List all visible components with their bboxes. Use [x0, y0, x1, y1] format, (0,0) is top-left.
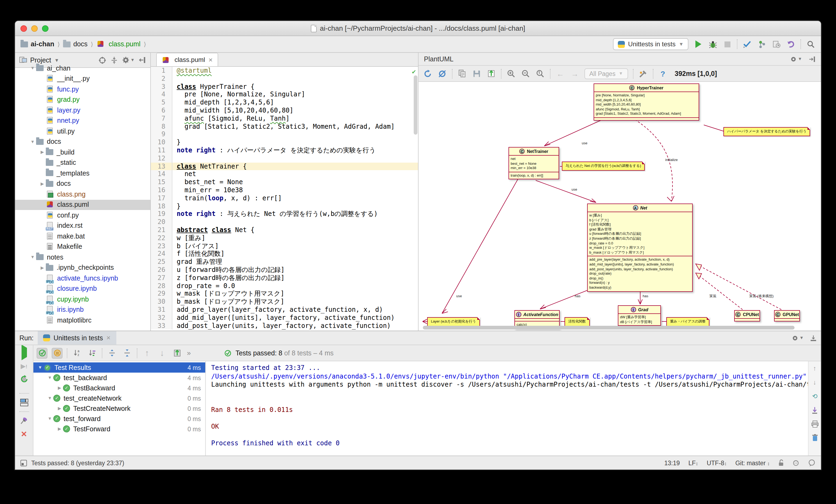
- zoom-in-button[interactable]: [506, 69, 516, 78]
- collapse-all-button[interactable]: [110, 56, 118, 64]
- save-diagram-button[interactable]: [472, 69, 481, 78]
- copy-diagram-button[interactable]: [457, 69, 467, 78]
- toolwindow-toggle-icon[interactable]: [20, 460, 27, 466]
- project-item-static[interactable]: _static: [15, 157, 150, 168]
- uml-class-grad[interactable]: IGraddW [重み学習率]dB [バイアス学習率]: [618, 305, 661, 326]
- previous-occurrence-button[interactable]: ↑: [142, 348, 152, 358]
- project-item-build[interactable]: ▶_build: [15, 147, 150, 157]
- breadcrumb-docs[interactable]: docs: [63, 40, 88, 48]
- code-line-15[interactable]: 15 best_net = None: [151, 178, 418, 186]
- close-tab-icon[interactable]: ✕: [106, 335, 111, 341]
- project-item-grad-py[interactable]: grad.py: [15, 95, 150, 105]
- code-line-11[interactable]: 11note right : ハイパーパラメータ を決定するための実験を行う: [151, 147, 418, 155]
- project-item-cupy-ipynb[interactable]: IP[y]cupy.ipynb: [15, 294, 150, 305]
- uml-class-hypertrainer[interactable]: CHyperTrainerpre [None, Normalize, Singu…: [594, 83, 699, 121]
- tree-arrow-icon[interactable]: ▶: [39, 150, 46, 155]
- tree-arrow-icon[interactable]: ▶: [56, 406, 63, 411]
- project-item-docs[interactable]: ▶docs: [15, 178, 150, 189]
- test-node-testbackward[interactable]: ▶✓TestBackward4 ms: [33, 383, 205, 393]
- test-node-test-forward[interactable]: ▼✓test_forward0 ms: [33, 413, 205, 424]
- locate-file-button[interactable]: [99, 56, 106, 64]
- tree-arrow-icon[interactable]: ▼: [37, 365, 44, 370]
- run-tab-unittests[interactable]: Unittests in tests ✕: [38, 331, 116, 345]
- project-item-class-png[interactable]: class.png: [15, 189, 150, 199]
- refresh-diagram-button[interactable]: [423, 69, 433, 78]
- code-line-33[interactable]: 33add_post_layer(units, layer_factory, a…: [151, 322, 418, 330]
- debug-button[interactable]: [708, 39, 718, 49]
- project-item-docs[interactable]: ▼docs: [15, 136, 150, 147]
- inspections-ok-icon[interactable]: ✔: [412, 68, 416, 75]
- code-line-7[interactable]: 7 afunc [Sigmoid, ReLu, Tanh]: [151, 115, 418, 123]
- breadcrumb-project[interactable]: ai-chan: [20, 40, 54, 48]
- rerun-tests-button[interactable]: [21, 348, 27, 357]
- stop-button[interactable]: [722, 39, 732, 49]
- code-line-16[interactable]: 16 min_err = 10e38: [151, 186, 418, 194]
- run-console[interactable]: Testing started at 23:37 .../Users/atsus…: [206, 361, 808, 455]
- code-line-17[interactable]: 17 train(loop, x, d) : err[]: [151, 194, 418, 202]
- status-message[interactable]: Tests passed: 8 (yesterday 23:37): [31, 460, 124, 466]
- settings-gear-button[interactable]: ▼: [122, 57, 135, 63]
- actual-zoom-button[interactable]: [535, 69, 545, 78]
- settings-gear-button[interactable]: ▼: [790, 56, 802, 62]
- sort-alphabetically-button[interactable]: az: [72, 348, 82, 358]
- uml-class-gpunet[interactable]: CGPUNet: [774, 310, 800, 322]
- inspection-profile-icon[interactable]: [792, 459, 799, 466]
- tree-arrow-icon[interactable]: ▼: [29, 66, 36, 71]
- code-line-26[interactable]: 26u [forward時の各層の出力の記録]: [151, 266, 418, 274]
- close-panel-button[interactable]: ✕: [21, 430, 27, 438]
- show-passed-toggle[interactable]: [37, 348, 48, 358]
- auto-refresh-toggle[interactable]: [437, 69, 447, 78]
- tree-arrow-icon[interactable]: ▼: [46, 416, 53, 421]
- uml-class-nettrainer[interactable]: CNetTrainernetbest_net = Nonemin_err = 1…: [509, 147, 559, 179]
- project-item-init-py[interactable]: __init__.py: [15, 74, 150, 84]
- project-item-make-bat[interactable]: make.bat: [15, 231, 150, 241]
- tree-arrow-icon[interactable]: ▼: [46, 375, 53, 380]
- code-line-20[interactable]: 20: [151, 218, 418, 226]
- code-line-29[interactable]: 29w_mask [ドロップアウト用マスク]: [151, 290, 418, 298]
- uml-class-net[interactable]: ANetw [重み]b [バイアス]f [活性化関数]grad 重み管理u [f…: [587, 203, 693, 292]
- pin-tab-button[interactable]: [20, 417, 28, 425]
- collapse-all-button[interactable]: [122, 348, 133, 358]
- code-line-2[interactable]: 2: [151, 75, 418, 83]
- next-occurrence-button[interactable]: ↓: [157, 348, 168, 358]
- code-line-22[interactable]: 22w [重み]: [151, 234, 418, 242]
- code-line-14[interactable]: 14 net: [151, 170, 418, 178]
- toggle-auto-test-button[interactable]: [20, 375, 28, 383]
- code-line-27[interactable]: 27z [forward時の各層の出力の記録]: [151, 274, 418, 282]
- code-line-1[interactable]: 1@startuml: [151, 67, 418, 75]
- breadcrumb-file[interactable]: class.puml: [96, 40, 140, 48]
- tree-arrow-icon[interactable]: ▶: [56, 426, 63, 431]
- close-tab-icon[interactable]: ✕: [208, 57, 213, 63]
- export-diagram-button[interactable]: [487, 69, 496, 78]
- tree-arrow-icon[interactable]: ▶: [56, 386, 63, 390]
- tree-arrow-icon[interactable]: ▼: [29, 139, 36, 144]
- run-configuration-selector[interactable]: Unittests in tests ▼: [613, 38, 688, 50]
- diagram-horizontal-scrollbar[interactable]: [423, 326, 795, 330]
- tree-arrow-icon[interactable]: ▶: [39, 266, 46, 270]
- up-stacktrace-button[interactable]: ↑: [813, 365, 816, 372]
- code-line-6[interactable]: 6 mid_width [5,10,20,40,60,80]: [151, 106, 418, 115]
- editor-tab-class-puml[interactable]: class.puml ✕: [156, 53, 218, 66]
- test-node-test-results[interactable]: ▼✓Test Results4 ms: [33, 362, 205, 373]
- project-item-func-py[interactable]: func.py: [15, 84, 150, 95]
- project-item-util-py[interactable]: util.py: [15, 126, 150, 136]
- plantuml-settings-button[interactable]: [638, 69, 648, 78]
- run-button[interactable]: [693, 39, 703, 49]
- test-node-testforward[interactable]: ▶✓TestForward0 ms: [33, 424, 205, 434]
- scroll-to-end-button[interactable]: [811, 407, 818, 414]
- code-line-23[interactable]: 23b [バイアス]: [151, 242, 418, 250]
- cursor-position[interactable]: 13:19: [664, 460, 680, 466]
- line-separator-selector[interactable]: LF↕: [688, 460, 698, 466]
- show-ignored-toggle[interactable]: [52, 348, 62, 358]
- code-line-8[interactable]: 8 grad [Static1, Static2, Static3, Momen…: [151, 122, 418, 131]
- chevron-down-icon[interactable]: ▼: [54, 57, 59, 63]
- rollback-button[interactable]: [786, 39, 796, 49]
- restore-layout-button[interactable]: [20, 399, 28, 407]
- project-item-templates[interactable]: _templates: [15, 168, 150, 178]
- code-line-9[interactable]: 9: [151, 131, 418, 139]
- compare-with-repository-button[interactable]: [771, 39, 781, 49]
- code-line-12[interactable]: 12: [151, 155, 418, 162]
- project-item-activate-funcs-ipynb[interactable]: IP[y]activate_funcs.ipynb: [15, 273, 150, 284]
- tree-arrow-icon[interactable]: ▶: [39, 181, 46, 186]
- test-node-test-backward[interactable]: ▼✓test_backward4 ms: [33, 373, 205, 383]
